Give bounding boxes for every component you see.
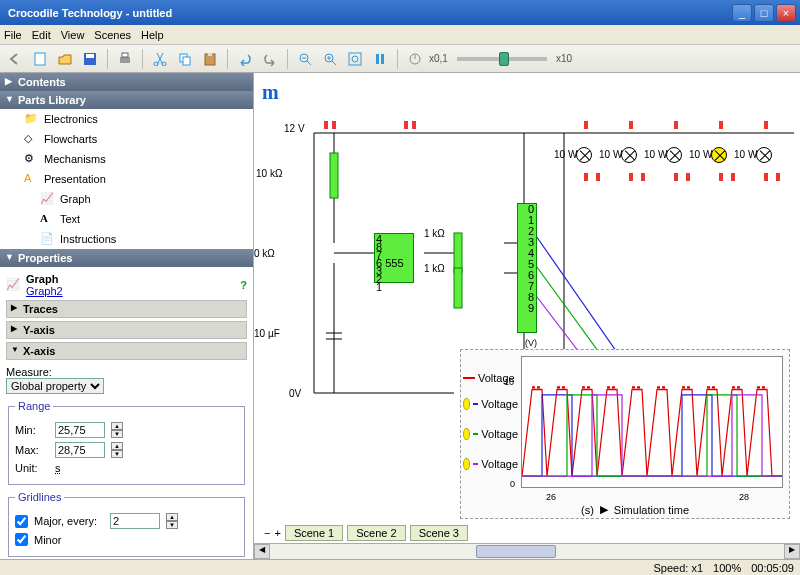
speed-slider[interactable] — [457, 57, 547, 61]
instructions-icon: 📄 — [40, 232, 54, 246]
library-mechanisms[interactable]: ⚙Mechanisms — [0, 149, 253, 169]
lamp-w1: 10 W — [554, 149, 577, 160]
svg-rect-10 — [208, 53, 212, 56]
section-parts-library[interactable]: Parts Library — [0, 91, 253, 109]
minor-checkbox[interactable] — [15, 533, 28, 546]
lamp-2 — [621, 147, 637, 163]
svg-rect-18 — [330, 153, 338, 198]
menu-file[interactable]: File — [4, 29, 22, 41]
lamp-w4: 10 W — [689, 149, 712, 160]
library-presentation[interactable]: APresentation — [0, 169, 253, 189]
zoom-in-button[interactable] — [319, 48, 341, 70]
open-button[interactable] — [54, 48, 76, 70]
maximize-button[interactable]: □ — [754, 4, 774, 22]
plot-area: 10 0 — [521, 356, 783, 488]
pause-button[interactable] — [369, 48, 391, 70]
speed-reset-button[interactable] — [404, 48, 426, 70]
panel-traces[interactable]: Traces — [6, 300, 247, 318]
svg-rect-16 — [381, 54, 384, 64]
logo-m: m — [262, 81, 279, 104]
window-title: Crocodile Technology - untitled — [4, 7, 730, 19]
svg-rect-4 — [122, 53, 128, 57]
library-instructions[interactable]: 📄Instructions — [0, 229, 253, 249]
section-properties[interactable]: Properties — [0, 249, 253, 267]
graph-title: Simulation time — [614, 504, 689, 516]
major-checkbox[interactable] — [15, 515, 28, 528]
sidebar: Contents Parts Library 📁Electronics ◇Flo… — [0, 73, 254, 559]
library-graph[interactable]: 📈Graph — [0, 189, 253, 209]
scene-tabs: − + Scene 1 Scene 2 Scene 3 — [264, 525, 468, 541]
chip-4017: 0123456789 — [517, 203, 537, 333]
major-value[interactable] — [110, 513, 160, 529]
menu-help[interactable]: Help — [141, 29, 164, 41]
help-icon[interactable]: ? — [240, 279, 247, 291]
range-max-input[interactable] — [55, 442, 105, 458]
min-dn[interactable]: ▼ — [111, 430, 123, 438]
panel-yaxis[interactable]: Y-axis — [6, 321, 247, 339]
max-dn[interactable]: ▼ — [111, 450, 123, 458]
minimize-button[interactable]: _ — [732, 4, 752, 22]
print-button[interactable] — [114, 48, 136, 70]
label-r10k: 10 kΩ — [256, 168, 282, 179]
menu-edit[interactable]: Edit — [32, 29, 51, 41]
play-icon: ▶ — [600, 503, 608, 516]
undo-button[interactable] — [234, 48, 256, 70]
range-fieldset: Range Min:▲▼ Max:▲▼ Unit:s — [8, 400, 245, 485]
label-0v: 0V — [289, 388, 301, 399]
presentation-icon: A — [24, 172, 38, 186]
hscrollbar[interactable]: ◀ ▶ — [254, 543, 800, 559]
cut-button[interactable] — [149, 48, 171, 70]
svg-point-14 — [352, 56, 358, 62]
close-button[interactable]: × — [776, 4, 796, 22]
scene-add[interactable]: + — [274, 527, 280, 539]
speed-max-label: x10 — [556, 53, 572, 64]
zoom-out-button[interactable] — [294, 48, 316, 70]
folder-icon: 📁 — [24, 112, 38, 126]
panel-xaxis[interactable]: X-axis — [6, 342, 247, 360]
lamp-4-on — [711, 147, 727, 163]
lamp-5 — [756, 147, 772, 163]
svg-rect-19 — [454, 233, 462, 273]
section-contents[interactable]: Contents — [0, 73, 253, 91]
scene-remove[interactable]: − — [264, 527, 270, 539]
min-up[interactable]: ▲ — [111, 422, 123, 430]
range-min-input[interactable] — [55, 422, 105, 438]
paste-button[interactable] — [199, 48, 221, 70]
tab-scene-3[interactable]: Scene 3 — [410, 525, 468, 541]
library-electronics[interactable]: 📁Electronics — [0, 109, 253, 129]
scroll-left[interactable]: ◀ — [254, 544, 270, 559]
tab-scene-1[interactable]: Scene 1 — [285, 525, 343, 541]
lamp-3 — [666, 147, 682, 163]
library-text[interactable]: AText — [0, 209, 253, 229]
redo-button[interactable] — [259, 48, 281, 70]
menu-scenes[interactable]: Scenes — [94, 29, 131, 41]
graph-icon: 📈 — [40, 192, 54, 206]
max-up[interactable]: ▲ — [111, 442, 123, 450]
scroll-thumb[interactable] — [476, 545, 556, 558]
label-r1ka: 1 kΩ — [424, 228, 445, 239]
svg-rect-3 — [120, 57, 130, 63]
menubar: File Edit View Scenes Help — [0, 25, 800, 45]
copy-button[interactable] — [174, 48, 196, 70]
menu-view[interactable]: View — [61, 29, 85, 41]
lamp-w5: 10 W — [734, 149, 757, 160]
status-speed: Speed: x1 — [653, 562, 703, 574]
status-time: 00:05:09 — [751, 562, 794, 574]
scroll-right[interactable]: ▶ — [784, 544, 800, 559]
new-button[interactable] — [29, 48, 51, 70]
measure-label: Measure: — [6, 366, 247, 378]
library-flowcharts[interactable]: ◇Flowcharts — [0, 129, 253, 149]
graph[interactable]: (V) Voltage Voltage Voltage Voltage 10 0 — [460, 349, 790, 519]
props-title: Graph — [26, 273, 63, 285]
zoom-fit-button[interactable] — [344, 48, 366, 70]
measure-select[interactable]: Global property — [6, 378, 104, 394]
canvas[interactable]: m 12 V 0V — [254, 73, 800, 559]
svg-rect-0 — [35, 53, 45, 65]
titlebar: Crocodile Technology - untitled _ □ × — [0, 0, 800, 25]
save-button[interactable] — [79, 48, 101, 70]
svg-rect-13 — [349, 53, 361, 65]
back-button[interactable] — [4, 48, 26, 70]
svg-rect-15 — [376, 54, 379, 64]
props-link[interactable]: Graph2 — [26, 285, 63, 297]
tab-scene-2[interactable]: Scene 2 — [347, 525, 405, 541]
